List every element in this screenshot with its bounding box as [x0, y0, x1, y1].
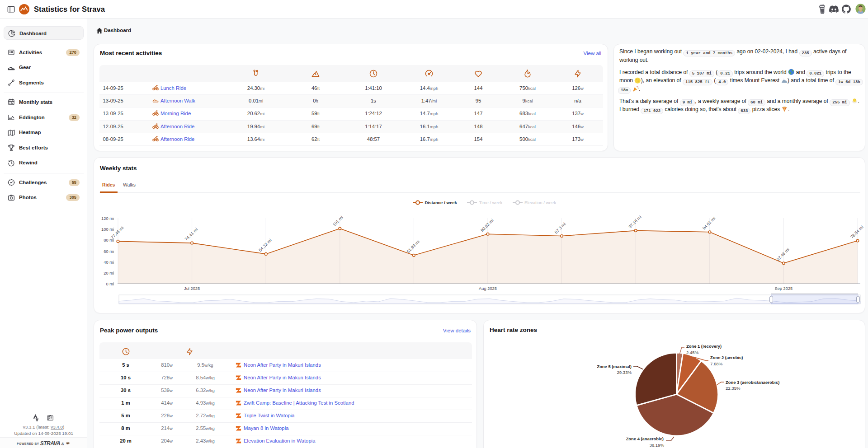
svg-text:97.16 mi: 97.16 mi: [628, 215, 642, 229]
svg-text:Zone 2 (aerobic): Zone 2 (aerobic): [710, 355, 743, 360]
svg-text:37.46 mi: 37.46 mi: [776, 247, 790, 261]
svg-text:7.68%: 7.68%: [710, 361, 723, 366]
svg-text:Aug 2025: Aug 2025: [479, 286, 497, 291]
svg-text:Jul 2025: Jul 2025: [184, 286, 200, 291]
svg-text:78.54 mi: 78.54 mi: [849, 225, 864, 239]
svg-text:Zone 1 (recovery): Zone 1 (recovery): [686, 344, 722, 349]
svg-text:120 mi: 120 mi: [101, 216, 114, 221]
svg-text:Zone 4 (anaerobic): Zone 4 (anaerobic): [626, 436, 664, 441]
svg-text:60 mi: 60 mi: [104, 249, 114, 254]
svg-text:0 mi: 0 mi: [106, 282, 114, 286]
svg-text:100 mi: 100 mi: [101, 227, 114, 232]
svg-text:29.33%: 29.33%: [617, 370, 632, 375]
svg-text:90.82 mi: 90.82 mi: [480, 218, 494, 233]
svg-text:Zone 5 (maximal): Zone 5 (maximal): [597, 364, 632, 369]
svg-text:51.99 mi: 51.99 mi: [406, 239, 420, 254]
svg-text:22.35%: 22.35%: [726, 386, 741, 391]
svg-text:Sep 2025: Sep 2025: [774, 286, 793, 291]
svg-text:87.3 mi: 87.3 mi: [554, 222, 567, 235]
svg-text:20 mi: 20 mi: [104, 271, 114, 275]
svg-text:54.32 mi: 54.32 mi: [258, 238, 273, 252]
svg-text:94.61 mi: 94.61 mi: [702, 216, 716, 230]
svg-text:38.19%: 38.19%: [649, 443, 664, 448]
svg-text:2.45%: 2.45%: [686, 350, 699, 355]
svg-text:74.41 mi: 74.41 mi: [184, 227, 198, 242]
svg-text:Zone 3 (aerobic/anaerobic): Zone 3 (aerobic/anaerobic): [726, 380, 779, 385]
svg-text:101 mi: 101 mi: [332, 215, 344, 227]
svg-text:40 mi: 40 mi: [104, 260, 114, 265]
